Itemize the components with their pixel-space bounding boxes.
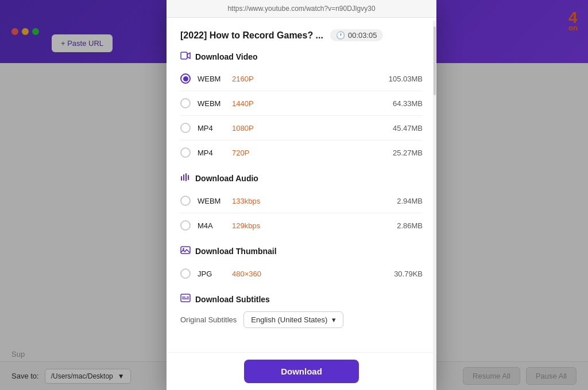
modal-title-row: [2022] How to Record Games? ... 🕐 00:03:… <box>180 29 423 41</box>
radio-mp4-1080[interactable] <box>180 123 191 133</box>
format-quality-1080: 1080P <box>232 124 289 132</box>
video-section-title: Download Video <box>195 52 258 61</box>
audio-format-m4a[interactable]: M4A 129kbps 2.86MB <box>180 216 423 235</box>
video-format-webm-1440[interactable]: WEBM 1440P 64.33MB <box>180 93 423 113</box>
video-section-header: Download Video <box>180 52 423 62</box>
format-size-audio-webm: 2.94MB <box>397 197 423 205</box>
audio-section-header: Download Audio <box>180 173 423 184</box>
subtitles-icon <box>180 294 191 305</box>
modal-url-bar: https://www.youtube.com/watch?v=n90DJlgv… <box>167 0 436 18</box>
language-selector[interactable]: English (United States) ▾ <box>243 311 343 328</box>
thumbnail-section-header: Download Thumbnail <box>180 245 423 257</box>
svg-rect-2 <box>183 174 184 181</box>
format-quality-133: 133kbps <box>232 197 289 205</box>
format-name-jpg: JPG <box>198 270 232 278</box>
format-quality-720: 720P <box>232 149 289 157</box>
format-size-m4a: 2.86MB <box>397 221 423 230</box>
format-quality-2160: 2160P <box>232 75 289 83</box>
divider <box>180 115 423 116</box>
audio-format-webm[interactable]: WEBM 133kbps 2.94MB <box>180 191 423 210</box>
format-quality-jpg: 480×360 <box>232 270 289 278</box>
download-button[interactable]: Download <box>244 360 359 383</box>
thumbnail-section-title: Download Thumbnail <box>195 247 277 256</box>
format-quality-129: 129kbps <box>232 221 289 230</box>
format-name-audio-webm: WEBM <box>198 197 232 205</box>
language-chevron-icon: ▾ <box>332 315 336 324</box>
subtitles-section-title: Download Subtitles <box>195 295 270 304</box>
format-quality-1440: 1440P <box>232 99 289 108</box>
svg-rect-5 <box>181 247 190 253</box>
language-value: English (United States) <box>251 315 327 324</box>
duration-value: 00:03:05 <box>348 31 377 40</box>
svg-rect-1 <box>181 176 182 181</box>
radio-jpg[interactable] <box>180 268 191 279</box>
video-format-webm-2160[interactable]: WEBM 2160P 105.03MB <box>180 69 423 88</box>
format-size-1080: 45.47MB <box>393 124 423 132</box>
subtitles-label: Original Subtitles <box>180 315 237 324</box>
download-modal: https://www.youtube.com/watch?v=n90DJlgv… <box>167 0 436 390</box>
scrollbar-thumb[interactable] <box>434 26 436 95</box>
video-format-mp4-1080[interactable]: MP4 1080P 45.47MB <box>180 118 423 138</box>
format-name-mp4-720: MP4 <box>198 149 232 157</box>
clock-icon: 🕐 <box>336 31 345 40</box>
radio-mp4-720[interactable] <box>180 147 191 158</box>
divider <box>180 213 423 213</box>
subtitles-row: Original Subtitles English (United State… <box>180 311 423 328</box>
modal-title: [2022] How to Record Games? ... <box>180 30 323 41</box>
thumbnail-format-jpg[interactable]: JPG 480×360 30.79KB <box>180 264 423 283</box>
svg-rect-7 <box>181 294 190 302</box>
format-name-m4a: M4A <box>198 221 232 230</box>
modal-footer: Download <box>167 352 436 390</box>
audio-section-title: Download Audio <box>195 174 258 183</box>
format-size-1440: 64.33MB <box>393 99 423 108</box>
divider <box>180 140 423 141</box>
svg-rect-4 <box>188 175 189 180</box>
format-name-webm-1440: WEBM <box>198 99 232 108</box>
format-size-jpg: 30.79KB <box>394 270 423 278</box>
duration-badge: 🕐 00:03:05 <box>330 29 383 41</box>
audio-icon <box>180 173 191 184</box>
format-size-2160: 105.03MB <box>389 75 423 83</box>
format-size-720: 25.27MB <box>393 149 423 157</box>
thumbnail-icon <box>180 245 191 257</box>
video-icon <box>180 52 191 62</box>
radio-webm-1440[interactable] <box>180 98 191 108</box>
subtitles-section-header: Download Subtitles <box>180 294 423 305</box>
format-name-webm-2160: WEBM <box>198 75 232 83</box>
radio-webm-2160[interactable] <box>180 73 191 84</box>
format-name-mp4-1080: MP4 <box>198 124 232 132</box>
scrollbar-track[interactable] <box>433 21 436 390</box>
svg-rect-3 <box>185 173 187 181</box>
modal-body: [2022] How to Record Games? ... 🕐 00:03:… <box>167 18 436 352</box>
divider <box>180 91 423 91</box>
radio-audio-webm[interactable] <box>180 196 191 206</box>
svg-rect-0 <box>181 52 187 59</box>
svg-point-6 <box>183 248 184 250</box>
radio-audio-m4a[interactable] <box>180 220 191 231</box>
video-format-mp4-720[interactable]: MP4 720P 25.27MB <box>180 143 423 162</box>
